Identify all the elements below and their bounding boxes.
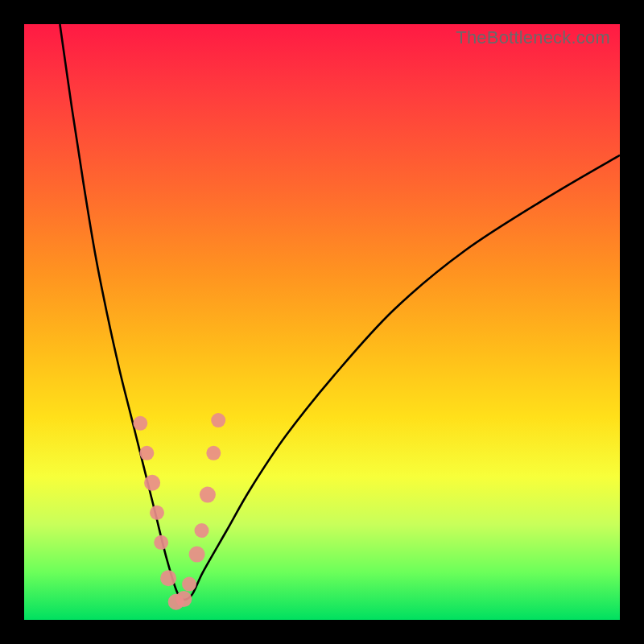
highlight-dot — [133, 416, 147, 431]
highlight-dot — [189, 547, 205, 563]
highlight-dot — [175, 591, 192, 607]
highlight-dot — [154, 535, 168, 550]
highlight-dot — [144, 475, 160, 491]
highlight-dot — [195, 523, 209, 538]
highlight-dot — [160, 570, 176, 586]
highlight-dot — [211, 413, 225, 427]
curve-svg — [24, 24, 620, 620]
highlight-dot — [206, 446, 221, 460]
highlight-dot — [200, 487, 216, 503]
chart-frame: TheBottleneck.com — [0, 0, 644, 644]
highlight-dot — [150, 506, 164, 520]
highlight-dot — [139, 446, 154, 460]
bottleneck-curve — [60, 24, 620, 600]
highlight-dots — [133, 413, 225, 610]
plot-area: TheBottleneck.com — [24, 24, 620, 620]
highlight-dot — [182, 577, 196, 592]
